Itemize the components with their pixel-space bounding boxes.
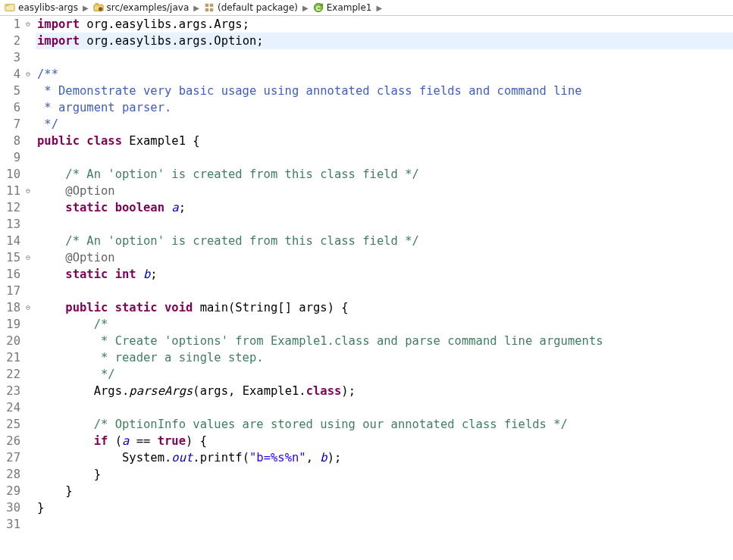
- token-kw: true: [158, 434, 186, 448]
- code-line[interactable]: [36, 216, 733, 233]
- code-line[interactable]: static boolean a;: [36, 199, 733, 216]
- code-line[interactable]: public class Example1 {: [36, 133, 733, 149]
- token-plain: [37, 234, 65, 248]
- code-line[interactable]: }: [36, 466, 733, 483]
- fold-empty: [25, 466, 36, 483]
- code-line[interactable]: static int b;: [36, 266, 733, 283]
- line-number-gutter[interactable]: 1234567891011121314151617181920212223242…: [0, 16, 25, 533]
- fold-empty: [25, 483, 36, 499]
- token-kw: class: [306, 384, 342, 398]
- fold-empty: [25, 416, 36, 433]
- code-line[interactable]: public static void main(String[] args) {: [36, 299, 733, 316]
- fold-toggle-icon[interactable]: ⊖: [25, 16, 36, 33]
- fold-gutter[interactable]: ⊖⊖⊖⊖⊖: [25, 16, 36, 533]
- code-line[interactable]: * reader a single step.: [36, 349, 733, 366]
- token-plain: [37, 251, 65, 264]
- code-line[interactable]: /* OptionInfo values are stored using ou…: [36, 416, 733, 433]
- chevron-right-icon: ▶: [81, 4, 90, 12]
- token-plain: [80, 134, 86, 148]
- code-line[interactable]: System.out.printf("b=%s%n", b);: [36, 449, 733, 466]
- token-ann: @Option: [65, 184, 114, 198]
- code-line[interactable]: @Option: [36, 183, 733, 199]
- code-line[interactable]: }: [36, 499, 733, 516]
- token-plain: Example1 {: [122, 134, 200, 148]
- code-line[interactable]: [36, 516, 733, 533]
- token-comment: /*: [94, 318, 108, 331]
- breadcrumb-source-folder[interactable]: src/examples/java: [107, 2, 190, 13]
- code-line[interactable]: Args.parseArgs(args, Example1.class);: [36, 383, 733, 399]
- token-field: b: [320, 451, 327, 465]
- token-plain: ,: [306, 451, 321, 465]
- code-line[interactable]: * Demonstrate very basic usage using ann…: [36, 83, 733, 99]
- code-line[interactable]: [36, 49, 733, 66]
- line-number: 8: [0, 133, 20, 149]
- line-number: 22: [0, 366, 20, 383]
- code-line[interactable]: */: [36, 116, 733, 133]
- line-number: 3: [0, 49, 20, 66]
- line-number: 16: [0, 266, 20, 283]
- code-line[interactable]: [36, 399, 733, 416]
- line-number: 4: [0, 66, 20, 83]
- fold-empty: [25, 216, 36, 233]
- token-plain: [37, 301, 65, 314]
- breadcrumb-class[interactable]: Example1: [327, 2, 372, 13]
- project-icon: [5, 2, 15, 13]
- token-plain: .printf(: [193, 451, 249, 465]
- token-kw: class: [86, 134, 122, 148]
- fold-empty: [25, 349, 36, 366]
- fold-empty: [25, 233, 36, 249]
- fold-toggle-icon[interactable]: ⊖: [25, 66, 36, 83]
- code-line[interactable]: [36, 283, 733, 299]
- line-number: 28: [0, 466, 20, 483]
- svg-rect-7: [205, 8, 208, 11]
- token-plain: }: [37, 484, 73, 498]
- code-area[interactable]: import org.easylibs.args.Args;import org…: [36, 16, 733, 533]
- fold-toggle-icon[interactable]: ⊖: [25, 299, 36, 316]
- token-plain: org.easylibs.args.Args;: [80, 17, 249, 31]
- code-line[interactable]: if (a == true) {: [36, 433, 733, 449]
- breadcrumb[interactable]: easylibs-args ▶ src/examples/java ▶ (def…: [0, 0, 733, 16]
- code-line[interactable]: /*: [36, 316, 733, 333]
- fold-empty: [25, 449, 36, 466]
- token-kw: static: [65, 201, 108, 214]
- token-plain: main(String[] args) {: [193, 301, 348, 314]
- token-plain: [37, 184, 65, 198]
- code-line[interactable]: * Create 'options' from Example1.class a…: [36, 333, 733, 349]
- code-line[interactable]: import org.easylibs.args.Args;: [36, 16, 733, 33]
- code-line[interactable]: import org.easylibs.args.Option;: [36, 33, 733, 49]
- token-field: out: [171, 451, 193, 465]
- code-line[interactable]: * argument parser.: [36, 99, 733, 116]
- code-line[interactable]: /* An 'option' is created from this clas…: [36, 233, 733, 249]
- line-number: 1: [0, 16, 20, 33]
- code-line[interactable]: }: [36, 483, 733, 499]
- code-editor[interactable]: 1234567891011121314151617181920212223242…: [0, 16, 733, 533]
- svg-rect-6: [210, 4, 213, 7]
- token-comment: /* An 'option' is created from this clas…: [65, 234, 419, 248]
- token-kw: import: [37, 34, 80, 48]
- fold-empty: [25, 149, 36, 166]
- code-line[interactable]: /**: [36, 66, 733, 83]
- line-number: 10: [0, 166, 20, 183]
- fold-toggle-icon[interactable]: ⊖: [25, 249, 36, 266]
- fold-empty: [25, 433, 36, 449]
- token-plain: }: [37, 501, 44, 515]
- line-number: 21: [0, 349, 20, 366]
- code-line[interactable]: /* An 'option' is created from this clas…: [36, 166, 733, 183]
- token-comment: /* OptionInfo values are stored using ou…: [94, 418, 568, 431]
- token-javadoc: * argument parser.: [37, 101, 171, 114]
- fold-empty: [25, 83, 36, 99]
- breadcrumb-package[interactable]: (default package): [218, 2, 298, 13]
- breadcrumb-project[interactable]: easylibs-args: [18, 2, 78, 13]
- code-line[interactable]: [36, 149, 733, 166]
- token-kw: void: [164, 301, 193, 314]
- fold-empty: [25, 499, 36, 516]
- fold-empty: [25, 199, 36, 216]
- code-line[interactable]: */: [36, 366, 733, 383]
- svg-rect-3: [95, 3, 98, 6]
- code-line[interactable]: @Option: [36, 249, 733, 266]
- fold-empty: [25, 49, 36, 66]
- token-field: a: [171, 201, 178, 214]
- token-static-call: parseArgs: [129, 384, 193, 398]
- fold-toggle-icon[interactable]: ⊖: [25, 183, 36, 199]
- token-plain: ;: [179, 201, 186, 214]
